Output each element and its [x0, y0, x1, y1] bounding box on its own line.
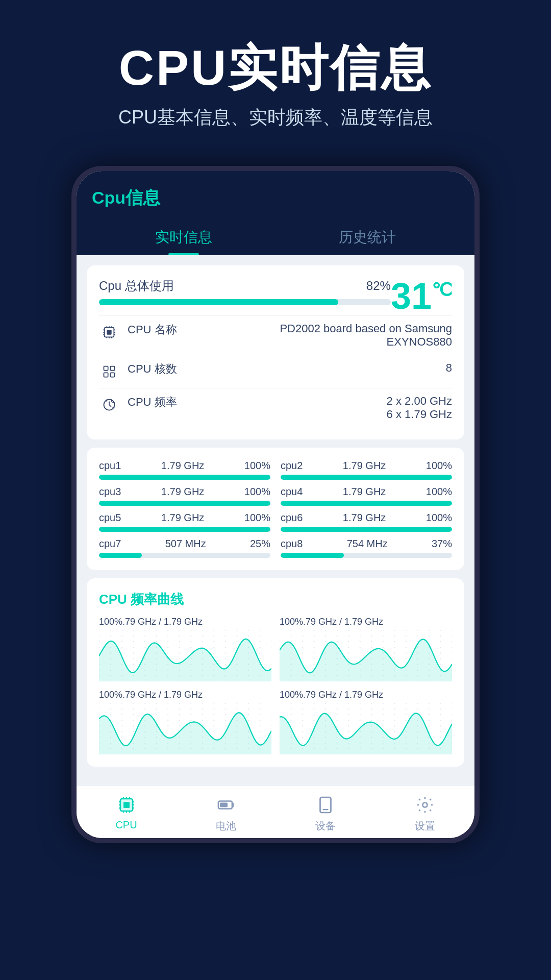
- core-pct-cpu4: 100%: [426, 486, 452, 498]
- svg-point-213: [313, 652, 314, 653]
- svg-point-280: [394, 635, 395, 636]
- svg-point-299: [417, 630, 418, 631]
- nav-item-cpu[interactable]: CPU: [77, 794, 176, 833]
- svg-point-134: [225, 658, 226, 659]
- svg-point-141: [236, 641, 237, 642]
- core-bar-cpu8: [281, 553, 452, 558]
- svg-point-422: [190, 720, 191, 721]
- svg-point-150: [248, 635, 249, 636]
- svg-point-60: [144, 635, 145, 636]
- svg-point-51: [133, 641, 134, 642]
- svg-point-189: [290, 630, 291, 631]
- cpu-progress-container: [99, 299, 391, 305]
- cpu-icon: [115, 794, 138, 816]
- svg-point-445: [213, 737, 214, 738]
- svg-rect-14: [104, 366, 108, 370]
- curve-label-3: 100%.79 GHz / 1.79 GHz: [280, 690, 452, 700]
- curves-title: CPU 频率曲线: [99, 591, 452, 608]
- svg-point-204: [302, 658, 303, 659]
- svg-point-485: [259, 737, 260, 738]
- svg-point-410: [179, 708, 180, 709]
- tab-realtime[interactable]: 实时信息: [92, 220, 276, 255]
- svg-point-289: [406, 630, 407, 631]
- svg-point-562: [348, 720, 349, 721]
- svg-point-540: [325, 708, 326, 709]
- svg-point-54: [133, 658, 134, 659]
- svg-point-79: [167, 630, 168, 631]
- svg-point-229: [337, 630, 338, 631]
- svg-point-279: [394, 630, 395, 631]
- svg-point-602: [394, 720, 395, 721]
- svg-point-93: [179, 652, 180, 653]
- svg-point-49: [133, 630, 134, 631]
- phone-screen: Cpu信息 实时信息 历史统计 Cpu 总体使用 82%: [77, 171, 474, 838]
- svg-point-483: [259, 725, 260, 726]
- svg-point-611: [406, 714, 407, 715]
- svg-point-600: [394, 708, 395, 709]
- svg-point-651: [452, 714, 452, 715]
- svg-point-81: [167, 641, 168, 642]
- nav-item-settings[interactable]: 设置: [375, 794, 474, 833]
- svg-point-549: [337, 703, 338, 704]
- svg-point-641: [440, 714, 441, 715]
- svg-point-250: [360, 635, 361, 636]
- svg-point-521: [302, 714, 303, 715]
- content-area: Cpu 总体使用 82% 31℃: [77, 255, 474, 785]
- cpu-progress-bg: [99, 299, 391, 305]
- core-name-cpu3: cpu3: [99, 486, 121, 498]
- svg-point-459: [236, 703, 237, 704]
- svg-point-171: [271, 641, 271, 642]
- svg-point-242: [348, 647, 349, 648]
- svg-point-323: [440, 652, 441, 653]
- svg-point-251: [360, 641, 361, 642]
- svg-point-21: [99, 641, 99, 642]
- svg-point-599: [394, 703, 395, 704]
- svg-point-429: [202, 703, 203, 704]
- page-subtitle: CPU基本信息、实时频率、温度等信息: [31, 105, 520, 130]
- core-item-cpu3: cpu3 1.79 GHz 100%: [99, 486, 270, 506]
- svg-point-325: [440, 664, 441, 665]
- svg-point-432: [202, 720, 203, 721]
- svg-point-121: [213, 641, 214, 642]
- svg-point-40: [121, 635, 122, 636]
- svg-point-52: [133, 647, 134, 648]
- svg-point-509: [290, 703, 291, 704]
- svg-point-329: [452, 630, 452, 631]
- svg-point-652: [452, 720, 452, 721]
- svg-point-80: [167, 635, 168, 636]
- svg-point-170: [271, 635, 271, 636]
- svg-rect-674: [220, 802, 228, 807]
- svg-point-530: [313, 708, 314, 709]
- svg-point-512: [290, 720, 291, 721]
- svg-point-29: [110, 630, 111, 631]
- svg-point-190: [290, 635, 291, 636]
- svg-point-490: [271, 708, 271, 709]
- svg-point-524: [302, 731, 303, 732]
- svg-point-480: [259, 708, 260, 709]
- svg-point-489: [271, 703, 271, 704]
- svg-point-282: [394, 647, 395, 648]
- cpu-usage-label: Cpu 总体使用: [99, 278, 174, 294]
- svg-point-559: [348, 703, 349, 704]
- nav-item-battery[interactable]: 电池: [176, 794, 276, 833]
- svg-point-214: [313, 658, 314, 659]
- svg-point-633: [429, 725, 430, 726]
- cpu-overview-card: Cpu 总体使用 82% 31℃: [87, 265, 464, 439]
- svg-point-42: [121, 647, 122, 648]
- svg-point-20: [99, 635, 99, 636]
- svg-point-254: [360, 658, 361, 659]
- nav-item-device[interactable]: 设备: [276, 794, 375, 833]
- svg-point-290: [406, 635, 407, 636]
- svg-point-71: [156, 641, 157, 642]
- svg-point-160: [259, 635, 260, 636]
- svg-point-82: [167, 647, 168, 648]
- curve-item-1: 100%.79 GHz / 1.79 GHz: [280, 617, 452, 681]
- svg-point-349: [110, 703, 111, 704]
- core-name-cpu5: cpu5: [99, 512, 121, 524]
- svg-point-351: [110, 714, 111, 715]
- cpu-cores-value: 8: [446, 361, 452, 375]
- svg-point-592: [383, 720, 384, 721]
- svg-point-321: [440, 641, 441, 642]
- tab-history[interactable]: 历史统计: [276, 220, 459, 255]
- cpu-usage-row: Cpu 总体使用 82%: [99, 278, 391, 294]
